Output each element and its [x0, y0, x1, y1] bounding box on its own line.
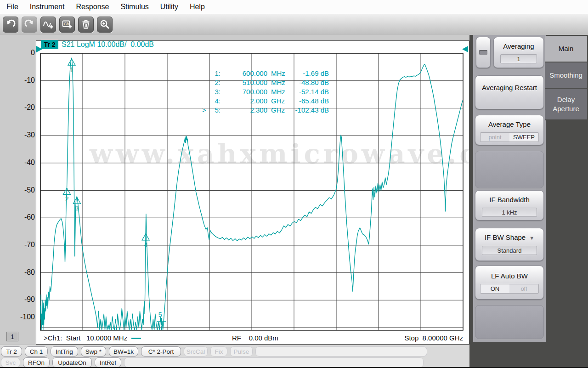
footer-row-2: SvcRFOnUpdateOnIntRef [1, 357, 424, 368]
rf-power-text: RF 0.00 dBm [232, 334, 278, 342]
averaging-value[interactable]: 1 [500, 54, 537, 63]
status-button-fix: Fix [210, 346, 227, 357]
lf-auto-bw-button[interactable]: LF Auto BW ON off [475, 266, 544, 300]
y-axis-label: -10 [13, 76, 35, 85]
marker-unit: GHz [267, 97, 288, 105]
lf-auto-bw-on-option[interactable]: ON [481, 284, 509, 293]
panel-body: Averaging 1 Averaging Restart Average Ty… [473, 31, 546, 342]
menu-item-response[interactable]: Response [76, 3, 109, 11]
marker-value: -48.80 dB [288, 79, 329, 86]
add-trace-button[interactable] [40, 17, 56, 33]
marker-unit: MHz [267, 69, 288, 77]
toggle-indicator-icon [479, 50, 487, 55]
status-button-inttrig[interactable]: IntTrig [51, 346, 78, 357]
zoom-button[interactable] [97, 17, 113, 33]
tab-smoothing[interactable]: Smoothing [545, 62, 587, 89]
avg-bw-panel: Avg BW ✕ Averaging 1 Averaging Restart A… [473, 18, 588, 342]
average-type-point-option[interactable]: point [481, 133, 509, 142]
status-button-srccal: SrcCal [184, 346, 208, 357]
marker-frequency: 700.000 [220, 88, 267, 96]
status-button-pulse: Pulse [230, 346, 253, 357]
marker-index: 3: [209, 88, 220, 96]
status-button-ch-1[interactable]: Ch 1 [25, 346, 48, 357]
dropdown-arrow-icon: ▼ [529, 235, 534, 241]
status-button-updateon[interactable]: UpdateOn [52, 357, 92, 368]
average-type-label: Average Type [475, 120, 543, 129]
marker-value: -52.14 dB [288, 88, 329, 96]
tab-delay-aperture[interactable]: Delay Aperture [545, 89, 587, 120]
trace-color-dash [131, 338, 141, 339]
trace-label: S21 LogM 10.00dB/ 0.00dB [62, 40, 154, 49]
menu-item-stimulus[interactable]: Stimulus [120, 3, 148, 11]
add-channel-button[interactable]: Ch [59, 17, 75, 33]
if-bandwidth-button[interactable]: IF Bandwidth 1 kHz [475, 190, 544, 221]
footer-status-bar: Tr 2Ch 1IntTrigSwp *BW=1kC* 2-PortSrcCal… [0, 345, 469, 367]
add-trace-icon [43, 19, 54, 30]
magnifier-plus-icon [99, 19, 110, 30]
averaging-restart-button[interactable]: Averaging Restart [475, 75, 544, 109]
average-type-segment: point SWEEP [480, 132, 539, 142]
marker-unit: MHz [267, 88, 288, 96]
footer-row-1: Tr 2Ch 1IntTrigSwp *BW=1kC* 2-PortSrcCal… [1, 346, 427, 357]
averaging-restart-label: Averaging Restart [475, 83, 543, 92]
status-button-tr-2[interactable]: Tr 2 [1, 346, 22, 357]
undo-button[interactable] [3, 17, 18, 33]
y-axis-label: -80 [13, 268, 35, 277]
menu-bar: FileInstrumentResponseStimulusUtilityHel… [0, 0, 588, 14]
marker-readout-table: 1:600.000MHz-1.69 dB2:510.000MHz-48.80 d… [202, 68, 329, 114]
y-axis-label: -40 [13, 159, 35, 167]
y-axis-label: -90 [13, 295, 35, 304]
toolbar: Ch [0, 14, 588, 35]
disabled-button-1 [475, 151, 544, 188]
marker-index: 4: [209, 97, 220, 105]
marker-frequency: 600.000 [220, 69, 267, 77]
status-button-bw-1k[interactable]: BW=1k [109, 346, 138, 357]
status-button-svc: Svc [1, 357, 20, 368]
marker-frequency: 2.000 [220, 97, 267, 105]
active-marker-arrow: > [202, 106, 209, 114]
trace-badge[interactable]: Tr 2 [41, 40, 58, 49]
marker-frequency: 2.300 [220, 106, 267, 114]
menu-item-file[interactable]: File [6, 3, 18, 11]
average-type-button[interactable]: Average Type point SWEEP [475, 115, 544, 145]
status-button-swp-[interactable]: Swp * [81, 346, 106, 357]
tab-main[interactable]: Main [545, 36, 587, 62]
y-axis-label: -20 [13, 103, 35, 112]
status-button-intref[interactable]: IntRef [95, 357, 121, 368]
delete-button[interactable] [78, 17, 94, 33]
panel-tabs: MainSmoothingDelay Aperture [545, 36, 587, 120]
lf-auto-bw-segment: ON off [480, 284, 539, 294]
y-axis-label: -100 [13, 313, 35, 321]
average-type-sweep-option[interactable]: SWEEP [509, 133, 538, 142]
averaging-toggle-button[interactable] [476, 37, 491, 68]
marker-readout-row: 2:510.000MHz-48.80 dB [202, 78, 329, 87]
menu-item-instrument[interactable]: Instrument [30, 3, 65, 11]
redo-button [22, 17, 37, 33]
if-bandwidth-value[interactable]: 1 kHz [482, 208, 537, 217]
undo-icon [5, 19, 16, 30]
marker-index: 2: [209, 79, 220, 86]
marker-readout-row: 3:700.000MHz-52.14 dB [202, 87, 329, 96]
lf-auto-bw-off-option[interactable]: off [509, 284, 538, 293]
if-bandwidth-label: IF Bandwidth [475, 195, 543, 204]
marker-readout-row: >5:2.300GHz-102.43 dB [202, 105, 329, 114]
channel-start-text: >Ch1: Start 10.0000 MHz [44, 334, 127, 342]
marker-index: 1: [209, 69, 220, 77]
y-axis-label: -50 [13, 186, 35, 194]
status-button-c-2-port[interactable]: C* 2-Port [141, 346, 181, 357]
watermark: www.xahxmicrowave.com [90, 138, 469, 170]
redo-icon [24, 19, 35, 30]
if-bw-shape-label: IF BW Shape▼ [475, 233, 543, 243]
marker-value: -65.48 dB [288, 97, 329, 105]
marker-index: 5: [209, 106, 220, 114]
marker-unit: GHz [267, 106, 288, 114]
vna-application-window: FileInstrumentResponseStimulusUtilityHel… [0, 0, 588, 368]
menu-item-utility[interactable]: Utility [160, 3, 178, 11]
averaging-button[interactable]: Averaging 1 [493, 37, 544, 68]
channel-badge[interactable]: 1 [6, 332, 18, 341]
menu-item-help[interactable]: Help [190, 3, 205, 11]
if-bw-shape-button[interactable]: IF BW Shape▼ Standard [475, 228, 544, 261]
status-button-rfon[interactable]: RFOn [23, 357, 50, 368]
if-bw-shape-value[interactable]: Standard [482, 246, 537, 255]
y-axis-label: 0 [13, 49, 35, 57]
